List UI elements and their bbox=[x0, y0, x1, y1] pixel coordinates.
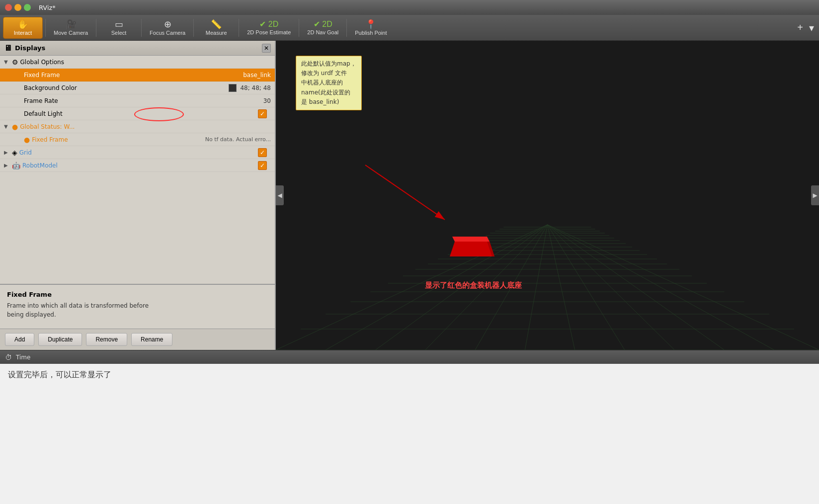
menu-button[interactable]: ▾ bbox=[807, 20, 816, 36]
tree-row-background-color[interactable]: Background Color 48; 48; 48 bbox=[0, 82, 275, 94]
select-button[interactable]: ▭ Select bbox=[99, 17, 139, 39]
remove-button[interactable]: Remove bbox=[86, 333, 127, 346]
tree-row-frame-rate[interactable]: Frame Rate 30 bbox=[0, 94, 275, 107]
toolbar-separator-6 bbox=[299, 19, 299, 37]
measure-label: Measure bbox=[206, 30, 227, 36]
maximize-button[interactable] bbox=[24, 4, 31, 11]
toolbar-separator-1 bbox=[45, 19, 46, 37]
color-swatch bbox=[229, 84, 237, 92]
frame-rate-value: 30 bbox=[263, 97, 275, 104]
minimize-button[interactable] bbox=[14, 4, 21, 11]
pose-icon: ✔ 2D bbox=[259, 20, 278, 28]
nav-icon: ✔ 2D bbox=[314, 20, 332, 28]
frame-rate-label: Frame Rate bbox=[24, 97, 263, 104]
fixed-frame-status-value: No tf data. Actual erro... bbox=[205, 136, 275, 143]
fixed-frame-status-label: Fixed Frame bbox=[32, 136, 205, 143]
publish-point-label: Publish Point bbox=[355, 30, 387, 36]
publish-icon: 📍 bbox=[365, 20, 376, 29]
status-warning-icon: ● bbox=[12, 123, 18, 131]
focus-icon: ⊕ bbox=[164, 20, 171, 29]
popup-annotation: 此处默认值为map，修改为 urdf 文件中机器人底座的name(此处设置的是 … bbox=[296, 56, 362, 110]
duplicate-button[interactable]: Duplicate bbox=[38, 333, 82, 346]
interact-label: Interact bbox=[14, 30, 32, 36]
caption: 设置完毕后，可以正常显示了 bbox=[0, 364, 819, 386]
rename-button[interactable]: Rename bbox=[131, 333, 172, 346]
add-panel-button[interactable]: + bbox=[795, 20, 805, 35]
main-layout: 🖥 Displays ✕ ▼ ⚙ Global Options Fixed Fr… bbox=[0, 41, 819, 350]
grid-checkbox: ✓ bbox=[258, 148, 275, 157]
focus-camera-button[interactable]: ⊕ Focus Camera bbox=[144, 17, 191, 39]
displays-title: Displays bbox=[15, 44, 45, 52]
move-camera-label: Move Camera bbox=[54, 30, 88, 36]
close-icon: ✕ bbox=[264, 45, 269, 52]
expand-arrow-global-options[interactable]: ▼ bbox=[4, 59, 12, 65]
3d-viewport[interactable]: 显示了红色的盒装机器人底座 此处默认值为map，修改为 urdf 文件中机器人底… bbox=[276, 41, 819, 350]
default-light-label: Default Light bbox=[24, 110, 258, 117]
add-button[interactable]: Add bbox=[5, 333, 34, 346]
expand-arrow-grid[interactable]: ▶ bbox=[4, 150, 12, 155]
tree-row-global-options[interactable]: ▼ ⚙ Global Options bbox=[0, 56, 275, 69]
svg-marker-35 bbox=[452, 237, 490, 242]
displays-tree[interactable]: ▼ ⚙ Global Options Fixed Frame base_link… bbox=[0, 56, 275, 284]
toolbar-right-buttons: + ▾ bbox=[795, 20, 816, 36]
displays-title-container: 🖥 Displays bbox=[4, 43, 45, 53]
measure-button[interactable]: 📏 Measure bbox=[196, 17, 236, 39]
robot-icon: 🤖 bbox=[12, 162, 20, 169]
2d-nav-button[interactable]: ✔ 2D 2D Nav Goal bbox=[302, 17, 344, 39]
select-label: Select bbox=[111, 30, 127, 36]
background-color-value: 48; 48; 48 bbox=[229, 84, 275, 92]
robot-model-label: RobotModel bbox=[22, 162, 258, 169]
interact-button[interactable]: ✋ Interact bbox=[3, 17, 43, 39]
publish-point-button[interactable]: 📍 Publish Point bbox=[349, 17, 392, 39]
expand-panel-handle[interactable]: ▶ bbox=[811, 185, 819, 205]
tree-row-robot-model[interactable]: ▶ 🤖 RobotModel ✓ bbox=[0, 159, 275, 172]
time-icon: ⏱ bbox=[5, 353, 12, 361]
ff-status-icon: ● bbox=[24, 136, 30, 144]
global-options-label: Global Options bbox=[20, 59, 271, 66]
title-bar-buttons bbox=[5, 4, 31, 11]
fixed-frame-value: base_link bbox=[243, 72, 275, 79]
default-light-value: ✓ bbox=[258, 109, 275, 118]
toolbar-separator-4 bbox=[193, 19, 194, 37]
tree-row-fixed-frame-status[interactable]: ● Fixed Frame No tf data. Actual erro... bbox=[0, 133, 275, 146]
expand-arrow-status[interactable]: ▼ bbox=[4, 124, 12, 129]
settings-icon: ⚙ bbox=[12, 58, 18, 66]
default-light-checkbox[interactable]: ✓ bbox=[258, 109, 267, 118]
time-bar: ⏱ Time bbox=[0, 350, 819, 364]
measure-icon: 📏 bbox=[211, 20, 222, 29]
svg-line-38 bbox=[365, 165, 445, 220]
toolbar-separator-5 bbox=[239, 19, 239, 37]
move-camera-button[interactable]: 🎥 Move Camera bbox=[48, 17, 93, 39]
tree-row-grid[interactable]: ▶ ◈ Grid ✓ bbox=[0, 146, 275, 159]
2d-pose-label: 2D Pose Estimate bbox=[247, 29, 291, 35]
left-panel: 🖥 Displays ✕ ▼ ⚙ Global Options Fixed Fr… bbox=[0, 41, 276, 350]
2d-nav-label: 2D Nav Goal bbox=[307, 29, 338, 35]
camera-icon: 🎥 bbox=[66, 20, 77, 29]
toolbar-separator-7 bbox=[346, 19, 347, 37]
close-button[interactable] bbox=[5, 4, 12, 11]
toolbar: ✋ Interact 🎥 Move Camera ▭ Select ⊕ Focu… bbox=[0, 15, 819, 41]
grid-enable-checkbox[interactable]: ✓ bbox=[258, 148, 267, 157]
robot-enable-checkbox[interactable]: ✓ bbox=[258, 161, 267, 170]
tree-row-global-status[interactable]: ▼ ● Global Status: W... bbox=[0, 120, 275, 133]
collapse-panel-handle[interactable]: ◀ bbox=[276, 185, 284, 205]
arrow-annotation-svg bbox=[355, 155, 470, 235]
robot-annotation-label: 显示了红色的盒装机器人底座 bbox=[425, 281, 522, 290]
fixed-frame-label: Fixed Frame bbox=[24, 72, 243, 79]
displays-header: 🖥 Displays ✕ bbox=[0, 41, 275, 56]
grid-label: Grid bbox=[19, 149, 258, 156]
background-color-label: Background Color bbox=[24, 84, 229, 91]
expand-arrow-robot[interactable]: ▶ bbox=[4, 163, 12, 168]
select-icon: ▭ bbox=[115, 20, 123, 29]
tree-row-default-light[interactable]: Default Light ✓ bbox=[0, 107, 275, 120]
toolbar-separator-2 bbox=[96, 19, 96, 37]
info-text: Frame into which all data is transformed… bbox=[7, 301, 268, 319]
displays-close-button[interactable]: ✕ bbox=[262, 44, 271, 53]
button-row: Add Duplicate Remove Rename bbox=[0, 329, 275, 350]
global-status-label: Global Status: W... bbox=[20, 123, 275, 130]
2d-pose-button[interactable]: ✔ 2D 2D Pose Estimate bbox=[242, 17, 296, 39]
window-title: RViz* bbox=[39, 4, 56, 11]
tree-row-fixed-frame[interactable]: Fixed Frame base_link bbox=[0, 69, 275, 82]
displays-monitor-icon: 🖥 bbox=[4, 43, 12, 53]
info-title: Fixed Frame bbox=[7, 291, 268, 298]
